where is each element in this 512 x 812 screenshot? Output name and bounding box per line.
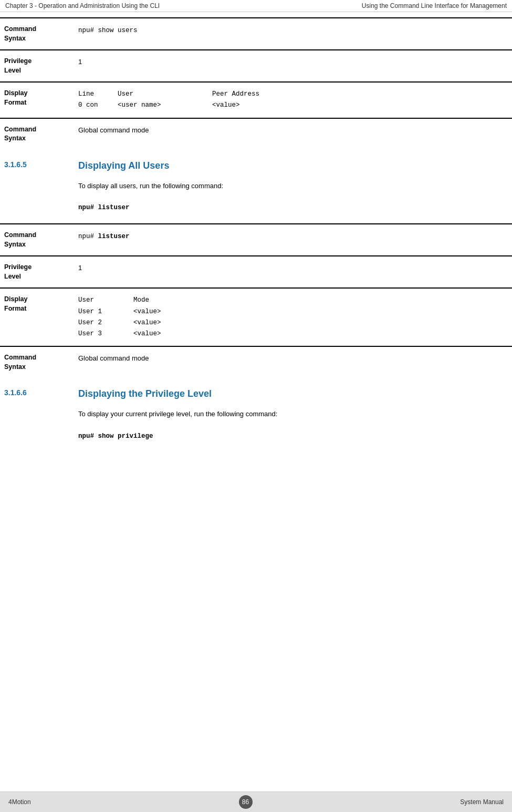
row-command-syntax-2: CommandSyntax npu# listuser [0,223,512,255]
indent-365-cmd [0,200,70,215]
inline-command-365: npu# listuser [78,204,130,211]
label-command-syntax-global-1: CommandSyntax [0,119,70,150]
row-privilege-1: PrivilegeLevel 1 [0,49,512,81]
body-row-366-1: To display your current privilege level,… [0,404,512,425]
label-display-format-1: DisplayFormat [0,83,70,118]
indent-365-1 [0,179,70,194]
content-command-syntax-global-2: Global command mode [70,347,512,378]
row-display-format-1: DisplayFormat Line User Peer Address 0 c… [0,81,512,118]
label-privilege-1: PrivilegeLevel [0,50,70,81]
body-text-366-1: To display your current privilege level,… [70,407,512,422]
top-bar-left: Chapter 3 - Operation and Administration… [5,2,160,9]
row-display-format-2: DisplayFormat User Mode User 1 <value> U… [0,287,512,346]
footer-left: 4Motion [8,798,31,806]
body-command-366: npu# show privilege [70,428,512,444]
page-number: 86 [239,795,253,809]
row-command-syntax-global-1: CommandSyntax Global command mode [0,118,512,150]
label-command-syntax-1: CommandSyntax [0,18,70,49]
row-command-syntax-1: CommandSyntax npu# show users [0,17,512,49]
content-command-syntax-1: npu# show users [70,18,512,49]
top-bar-right: Using the Command Line Interface for Man… [362,2,507,9]
label-display-format-2: DisplayFormat [0,289,70,346]
privilege-value-1: 1 [78,58,82,66]
global-mode-text-1: Global command mode [78,126,149,134]
section-title-365: Displaying All Users [70,160,512,171]
content-command-syntax-global-1: Global command mode [70,119,512,150]
global-mode-text-2: Global command mode [78,354,149,362]
indent-366-cmd [0,428,70,444]
content-display-format-1: Line User Peer Address 0 con <user name>… [70,83,512,118]
body-command-365: npu# listuser [70,200,512,215]
row-command-syntax-global-2: CommandSyntax Global command mode [0,346,512,378]
body-row-365-1: To display all users, run the following … [0,176,512,197]
content-privilege-1: 1 [70,50,512,81]
privilege-value-2: 1 [78,264,82,272]
footer-right: System Manual [460,798,504,806]
body-row-366-cmd: npu# show privilege [0,425,512,447]
inline-command-366: npu# show privilege [78,433,153,440]
section-num-365: 3.1.6.5 [0,160,70,171]
bottom-bar: 4Motion 86 System Manual [0,792,512,812]
label-command-syntax-2: CommandSyntax [0,224,70,255]
content-command-syntax-2: npu# listuser [70,224,512,255]
section-heading-365: 3.1.6.5 Displaying All Users [0,150,512,176]
indent-366-1 [0,407,70,422]
top-bar: Chapter 3 - Operation and Administration… [0,0,512,12]
section-num-366: 3.1.6.6 [0,388,70,399]
row-privilege-2: PrivilegeLevel 1 [0,255,512,287]
label-command-syntax-global-2: CommandSyntax [0,347,70,378]
display-format-text-1: Line User Peer Address 0 con <user name>… [78,89,504,111]
body-row-365-cmd: npu# listuser [0,197,512,218]
body-text-365-1: To display all users, run the following … [70,179,512,194]
command-text-2: npu# listuser [78,233,130,240]
display-format-text-2: User Mode User 1 <value> User 2 <value> … [78,295,504,340]
section-title-366: Displaying the Privilege Level [70,388,512,399]
content-privilege-2: 1 [70,256,512,287]
content-display-format-2: User Mode User 1 <value> User 2 <value> … [70,289,512,346]
command-text-1: npu# show users [78,27,138,34]
label-privilege-2: PrivilegeLevel [0,256,70,287]
section-heading-366: 3.1.6.6 Displaying the Privilege Level [0,378,512,404]
